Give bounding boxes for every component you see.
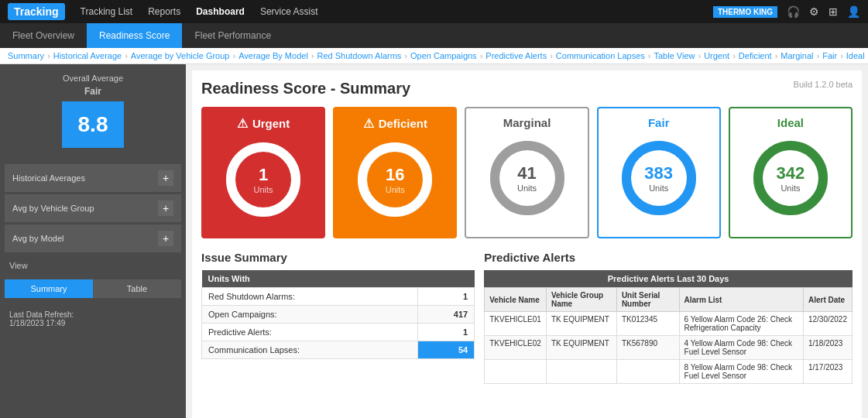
user-icon[interactable]: 👤 (847, 5, 860, 18)
alerts-col-header: Vehicle Name (485, 288, 547, 312)
alerts-cell: TK012345 (616, 312, 679, 336)
score-cards: ⚠ Urgent 1 Units ⚠ (201, 107, 853, 238)
gear-icon[interactable]: ⚙ (809, 5, 819, 18)
page-title: Readiness Score - Summary (201, 80, 410, 98)
sidebar-overall-label: Overall Average (9, 74, 177, 83)
breadcrumb-avg-vehicle[interactable]: Average by Vehicle Group (131, 51, 230, 60)
headset-icon[interactable]: 🎧 (787, 5, 800, 18)
marginal-header: Marginal (503, 116, 551, 129)
deficient-alert-icon: ⚠ (363, 116, 374, 131)
fair-donut: 383 Units (616, 135, 702, 221)
marginal-units: Units (517, 183, 537, 193)
avg-vehicle-group-btn[interactable]: Avg by Vehicle Group + (5, 194, 181, 222)
deficient-units: Units (386, 185, 405, 194)
alerts-cell: TKVEHICLE02 (485, 336, 547, 360)
avg-vehicle-plus[interactable]: + (158, 200, 173, 216)
alerts-cell (616, 360, 679, 384)
avg-model-plus[interactable]: + (158, 231, 173, 246)
subnav-fleet-overview[interactable]: Fleet Overview (0, 23, 87, 48)
breadcrumb-historical[interactable]: Historical Average (53, 51, 122, 60)
fair-units: Units (644, 183, 673, 193)
top-nav-left: Tracking Tracking List Reports Dashboard… (8, 3, 318, 20)
breadcrumb-campaigns[interactable]: Open Campaigns (410, 51, 477, 60)
marginal-donut: 41 Units (485, 135, 570, 221)
fair-value: 383 (644, 163, 673, 183)
urgent-donut: 1 Units (221, 137, 306, 222)
alerts-cell: TKVEHICLE01 (485, 312, 547, 336)
sidebar-refresh: Last Data Refresh: 1/18/2023 17:49 (0, 304, 186, 334)
deficient-value: 16 (386, 165, 405, 185)
nav-service-assist[interactable]: Service Assist (260, 6, 318, 17)
issue-row-label: Predictive Alerts: (202, 324, 418, 341)
grid-icon[interactable]: ⊞ (829, 5, 838, 18)
thermo-king-logo: THERMO KING (713, 6, 777, 18)
marginal-value: 41 (517, 163, 537, 183)
breadcrumb-deficient[interactable]: Deficient (739, 51, 772, 60)
breadcrumb-summary[interactable]: Summary (8, 51, 44, 60)
issue-row-value: 54 (418, 341, 475, 359)
historical-averages-plus[interactable]: + (158, 170, 173, 186)
issue-table: Units With Red Shutdown Alarms:1Open Cam… (201, 270, 475, 359)
score-card-urgent[interactable]: ⚠ Urgent 1 Units (201, 107, 325, 238)
top-nav: Tracking Tracking List Reports Dashboard… (0, 0, 868, 23)
alerts-cell: 1/17/2023 (803, 360, 852, 384)
urgent-value: 1 (254, 165, 273, 185)
breadcrumb-fair[interactable]: Fair (822, 51, 837, 60)
alerts-cell (546, 360, 616, 384)
alerts-cell: TK567890 (616, 336, 679, 360)
app-logo[interactable]: Tracking (8, 3, 65, 20)
sidebar-view-buttons: Summary Table (5, 279, 181, 298)
view-table-btn[interactable]: Table (93, 279, 181, 298)
sidebar: Overall Average Fair 8.8 Historical Aver… (0, 64, 186, 418)
avg-model-btn[interactable]: Avg by Model + (5, 224, 181, 252)
score-card-marginal[interactable]: Marginal 41 Units (465, 107, 588, 238)
urgent-donut-label: 1 Units (254, 165, 273, 194)
issue-row-label: Open Campaigns: (202, 306, 418, 324)
alerts-table-row: TKVEHICLE02TK EQUIPMENTTK5678904 Yellow … (485, 336, 853, 360)
breadcrumb-urgent[interactable]: Urgent (704, 51, 729, 60)
breadcrumb-comm-lapses[interactable]: Communication Lapses (556, 51, 645, 60)
urgent-units: Units (254, 185, 273, 194)
page-header: Readiness Score - Summary Build 1.2.0 be… (201, 80, 853, 98)
alerts-col-header: Vehicle Group Name (546, 288, 616, 312)
breadcrumb-table-view[interactable]: Table View (654, 51, 695, 60)
predictive-alerts-title: Predictive Alerts (484, 251, 853, 264)
view-summary-btn[interactable]: Summary (5, 279, 93, 298)
issue-row-label: Communication Lapses: (202, 341, 418, 359)
breadcrumb-ideal[interactable]: Ideal (846, 51, 865, 60)
breadcrumb-predictive[interactable]: Predictive Alerts (485, 51, 547, 60)
fair-donut-label: 383 Units (644, 163, 673, 193)
breadcrumb-red-alarms[interactable]: Red Shutdown Alarms (317, 51, 402, 60)
alerts-col-header: Unit Serial Number (616, 288, 679, 312)
nav-reports[interactable]: Reports (148, 6, 180, 17)
issue-summary-title: Issue Summary (201, 251, 475, 264)
issue-table-header: Units With (202, 270, 475, 288)
alerts-cell: 4 Yellow Alarm Code 98: Check Fuel Level… (679, 336, 803, 360)
urgent-alert-icon: ⚠ (237, 116, 248, 131)
urgent-header: ⚠ Urgent (237, 116, 290, 131)
alerts-col-header: Alert Date (803, 288, 852, 312)
score-card-ideal[interactable]: Ideal 342 Units (729, 107, 853, 238)
issue-row-value: 1 (418, 288, 475, 306)
fair-label: Fair (648, 116, 670, 129)
nav-dashboard[interactable]: Dashboard (196, 6, 245, 17)
breadcrumb: Summary › Historical Average › Average b… (0, 48, 868, 64)
breadcrumb-marginal[interactable]: Marginal (781, 51, 813, 60)
marginal-label: Marginal (503, 116, 551, 129)
alerts-cell: TK EQUIPMENT (546, 336, 616, 360)
score-card-deficient[interactable]: ⚠ Deficient 16 Units (333, 107, 457, 238)
nav-tracking-list[interactable]: Tracking List (81, 6, 133, 17)
alerts-table: Vehicle NameVehicle Group NameUnit Seria… (484, 287, 853, 384)
breadcrumb-avg-model[interactable]: Average By Model (238, 51, 308, 60)
subnav-fleet-performance[interactable]: Fleet Performance (182, 23, 283, 48)
ideal-donut: 342 Units (748, 135, 833, 221)
alerts-cell: 6 Yellow Alarm Code 26: Check Refrigerat… (679, 312, 803, 336)
issue-summary: Issue Summary Units With Red Shutdown Al… (201, 251, 475, 384)
bottom-section: Issue Summary Units With Red Shutdown Al… (201, 251, 853, 384)
sub-nav: Fleet Overview Readiness Score Fleet Per… (0, 23, 868, 48)
subnav-readiness-score[interactable]: Readiness Score (87, 23, 182, 48)
score-card-fair[interactable]: Fair 383 Units (597, 107, 721, 238)
issue-row-value: 417 (418, 306, 475, 324)
build-label: Build 1.2.0 beta (794, 80, 853, 89)
historical-averages-btn[interactable]: Historical Averages + (5, 164, 181, 192)
